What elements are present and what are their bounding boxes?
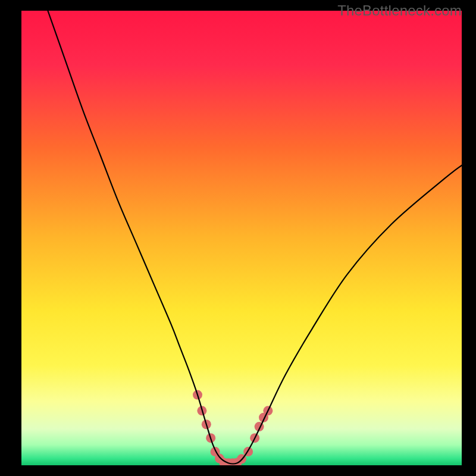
chart-frame: TheBottleneck.com <box>0 0 476 476</box>
plot-area <box>21 11 462 465</box>
watermark-text: TheBottleneck.com <box>337 2 462 19</box>
chart-svg <box>21 11 462 465</box>
highlight-markers <box>193 390 273 465</box>
bottleneck-curve <box>48 11 462 464</box>
